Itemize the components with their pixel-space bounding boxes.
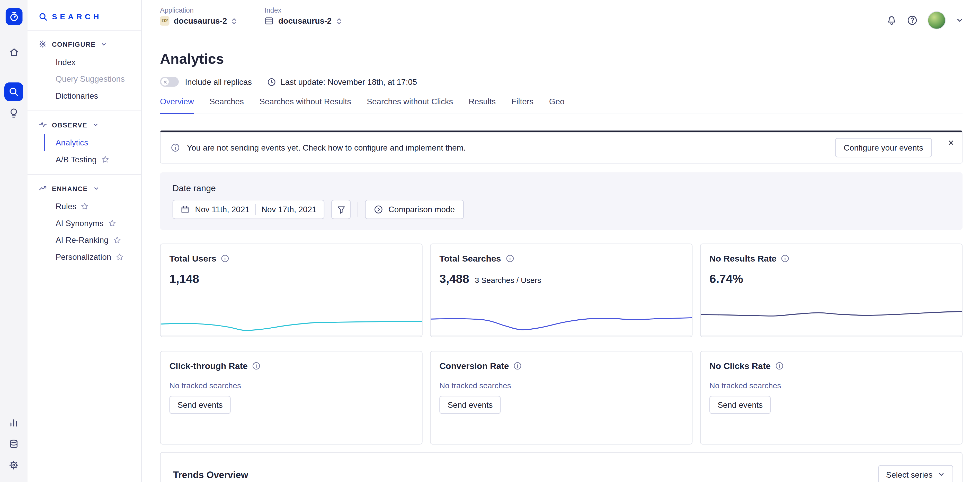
card-title: Click-through Rate <box>170 361 248 371</box>
filter-button[interactable] <box>332 200 351 219</box>
index-selector-label: Index <box>264 6 341 14</box>
sidebar-divider <box>27 174 141 175</box>
info-icon[interactable] <box>775 362 784 370</box>
rail-bottom-group <box>4 414 23 474</box>
event-cards-row: Click-through Rate No tracked searches S… <box>160 351 963 445</box>
tab-filters[interactable]: Filters <box>511 97 533 114</box>
rail-search-button[interactable] <box>4 82 23 101</box>
rail-usage-button[interactable] <box>4 414 23 432</box>
select-series-button[interactable]: Select series <box>878 465 953 482</box>
notifications-button[interactable] <box>886 15 897 25</box>
sidebar-items: Index Query Suggestions Dictionaries <box>27 54 141 111</box>
trends-title: Trends Overview <box>173 469 248 480</box>
tab-overview[interactable]: Overview <box>160 97 194 114</box>
include-replicas-toggle[interactable] <box>160 77 179 87</box>
card-title: Total Searches <box>439 254 501 263</box>
index-name: docusaurus-2 <box>278 16 332 25</box>
sidebar-item-ai-synonyms[interactable]: AI Synonyms <box>44 215 141 232</box>
rail-data-button[interactable] <box>4 434 23 453</box>
trend-up-icon <box>39 184 47 192</box>
card-header: Total Users <box>161 244 422 263</box>
star-icon <box>116 253 124 261</box>
sidebar-item-ai-re-ranking[interactable]: AI Re-Ranking <box>44 232 141 249</box>
info-icon <box>170 143 180 152</box>
page-title: Analytics <box>160 51 963 68</box>
sidebar-item-label: AI Re-Ranking <box>56 235 108 244</box>
product-brand-label: SEARCH <box>52 13 102 21</box>
app-window: SEARCH CONFIGURE Index Query Suggestions… <box>0 0 980 482</box>
card-header: Total Searches <box>431 244 692 263</box>
sidebar-divider <box>27 111 141 111</box>
card-header: Click-through Rate <box>161 352 422 371</box>
sidebar-item-label: A/B Testing <box>56 155 97 164</box>
tab-geo[interactable]: Geo <box>549 97 565 114</box>
controls-divider <box>358 202 358 217</box>
send-events-button[interactable]: Send events <box>710 396 771 414</box>
toggle-knob <box>161 78 169 86</box>
sidebar-item-dictionaries[interactable]: Dictionaries <box>44 87 141 104</box>
chevron-down-icon <box>937 471 945 478</box>
index-selector-value[interactable]: docusaurus-2 <box>264 16 341 25</box>
tab-results[interactable]: Results <box>469 97 496 114</box>
section-label: CONFIGURE <box>52 40 96 48</box>
configure-events-button[interactable]: Configure your events <box>835 138 932 157</box>
page-content: Analytics Include all replicas Last upda… <box>142 36 980 482</box>
info-icon[interactable] <box>506 254 514 263</box>
sparkline-path <box>701 312 962 316</box>
no-clicks-rate-card: No Clicks Rate No tracked searches Send … <box>700 351 963 445</box>
sidebar-item-ab-testing[interactable]: A/B Testing <box>44 151 141 168</box>
banner-message: You are not sending events yet. Check ho… <box>187 143 466 152</box>
info-icon[interactable] <box>781 254 790 263</box>
application-selector-value[interactable]: D2 docusaurus-2 <box>160 16 237 25</box>
algolia-logo[interactable] <box>5 8 22 25</box>
rail-settings-button[interactable] <box>4 456 23 474</box>
rail-recommend-button[interactable] <box>4 103 23 122</box>
tab-searches-without-results[interactable]: Searches without Results <box>259 97 351 114</box>
banner-close-button[interactable] <box>948 138 955 146</box>
sidebar-item-label: Analytics <box>56 138 88 147</box>
send-events-button[interactable]: Send events <box>439 396 501 414</box>
sidebar-item-label: Personalization <box>56 252 111 262</box>
sidebar-item-rules[interactable]: Rules <box>44 198 141 215</box>
compare-icon <box>374 205 383 214</box>
sidebar-divider <box>27 30 141 30</box>
x-icon <box>163 80 167 84</box>
send-events-button[interactable]: Send events <box>170 396 231 414</box>
comparison-mode-button[interactable]: Comparison mode <box>365 200 463 219</box>
sidebar-section-observe: OBSERVE Analytics A/B Testing <box>27 115 141 174</box>
index-selector: Index docusaurus-2 <box>264 6 341 25</box>
application-selector: Application D2 docusaurus-2 <box>160 6 237 25</box>
rail-home-button[interactable] <box>4 43 23 61</box>
sidebar-item-query-suggestions[interactable]: Query Suggestions <box>44 71 141 87</box>
sidebar-item-personalization[interactable]: Personalization <box>44 249 141 265</box>
sidebar-section-observe-header[interactable]: OBSERVE <box>27 115 141 134</box>
star-icon <box>101 155 109 164</box>
trends-header: Trends Overview Select series <box>173 465 953 482</box>
sidebar-section-enhance-header[interactable]: ENHANCE <box>27 179 141 198</box>
application-name: docusaurus-2 <box>174 16 227 25</box>
conversion-rate-card: Conversion Rate No tracked searches Send… <box>430 351 693 445</box>
sidebar-item-analytics[interactable]: Analytics <box>44 134 141 151</box>
search-icon <box>39 13 48 21</box>
info-icon[interactable] <box>221 254 229 263</box>
info-icon[interactable] <box>514 362 522 370</box>
sidebar-section-configure-header[interactable]: CONFIGURE <box>27 35 141 54</box>
card-value: 1,148 <box>170 272 199 286</box>
card-note: No tracked searches <box>161 382 422 390</box>
tab-searches-without-clicks[interactable]: Searches without Clicks <box>367 97 453 114</box>
product-brand[interactable]: SEARCH <box>27 10 141 30</box>
card-title: No Results Rate <box>710 254 776 263</box>
help-button[interactable] <box>907 15 918 25</box>
date-range-picker[interactable]: Nov 11th, 2021 Nov 17th, 2021 <box>173 200 325 219</box>
tab-searches[interactable]: Searches <box>210 97 244 114</box>
user-avatar[interactable] <box>928 11 945 29</box>
bell-icon <box>886 15 897 25</box>
last-update: Last update: November 18th, at 17:05 <box>267 77 417 86</box>
total-users-card: Total Users 1,148 <box>160 244 423 337</box>
stat-cards-row: Total Users 1,148 Total Searches <box>160 244 963 337</box>
trends-overview-card: Trends Overview Select series <box>160 452 963 482</box>
info-icon[interactable] <box>252 362 261 370</box>
close-icon <box>948 139 955 146</box>
sidebar-item-index[interactable]: Index <box>44 54 141 71</box>
account-menu-button[interactable] <box>956 16 964 24</box>
